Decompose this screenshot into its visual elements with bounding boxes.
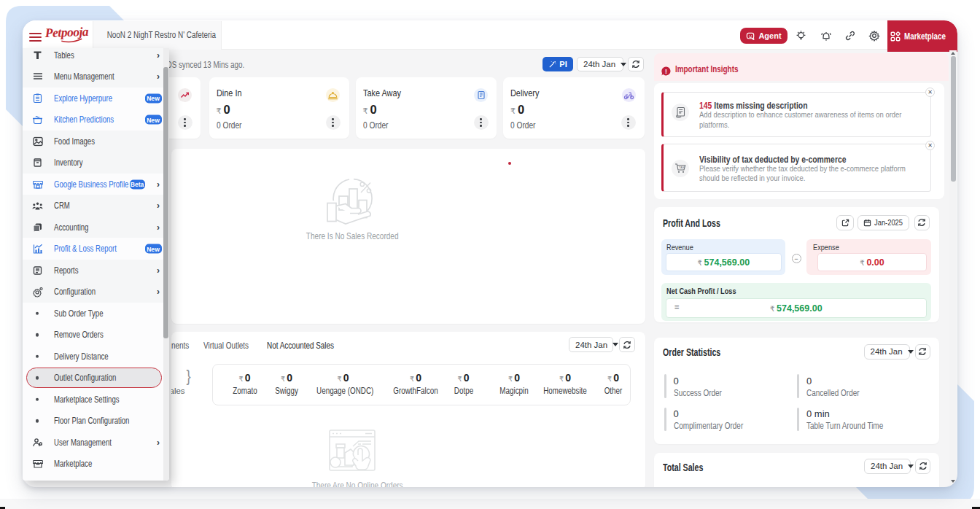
- svg-text:TAX: TAX: [679, 166, 685, 169]
- svg-text:!: !: [665, 67, 667, 74]
